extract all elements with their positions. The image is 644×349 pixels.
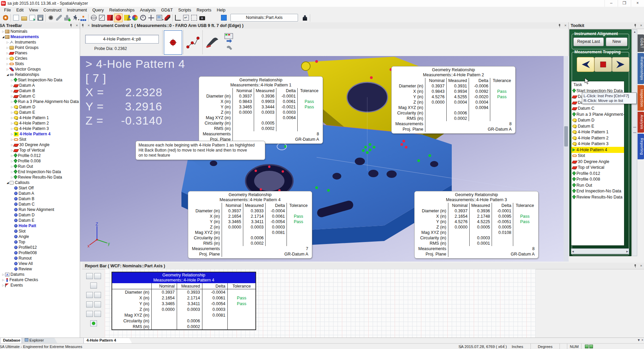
close-icon[interactable]: ×	[639, 264, 643, 268]
tree-item[interactable]: ▷Vector Groups	[0, 66, 80, 72]
save-icon[interactable]	[36, 14, 44, 22]
expand-icon[interactable]: ▷	[10, 160, 14, 163]
menu-file[interactable]: File	[1, 8, 14, 12]
measurement-target-field[interactable]: 4-Hole Pattern 4::p8	[85, 35, 159, 44]
tree-item[interactable]: ▷Datum A	[0, 83, 80, 88]
expand-icon[interactable]: ▷	[6, 46, 9, 49]
tree-item[interactable]: ▷Circles	[0, 56, 80, 61]
trap-next-button[interactable]	[612, 57, 629, 72]
outline-icon[interactable]	[94, 292, 101, 298]
tree-item[interactable]: Start Off	[0, 185, 80, 191]
scroll-up-icon[interactable]: ▲	[633, 30, 637, 34]
open-file-icon[interactable]	[20, 14, 28, 22]
splitter-grip[interactable]	[633, 127, 636, 133]
tree-item[interactable]: ▷Events	[0, 283, 80, 288]
side-tab-inspection[interactable]: Inspection	[638, 85, 644, 111]
tree-item[interactable]: ▷Feature Checks	[0, 277, 80, 283]
ink-marker-icon[interactable]	[301, 14, 309, 22]
band2-icon[interactable]	[94, 311, 101, 317]
stream-points-button[interactable]	[184, 30, 202, 54]
menu-view[interactable]: View	[26, 8, 41, 12]
tab-row-controls[interactable]: ▼ ×	[637, 338, 643, 342]
tree-item[interactable]: ▷4-Hole Pattern 4	[0, 131, 80, 137]
tree-item[interactable]: ▷Datum C	[0, 93, 80, 99]
list-icon[interactable]	[86, 292, 93, 298]
new-alignment-button[interactable]: New	[606, 37, 627, 46]
tree-item[interactable]: ▷4-Hole Pattern 1	[0, 115, 80, 120]
geometry-box-icon[interactable]: ▾	[123, 14, 131, 22]
expand-icon[interactable]: ▷	[10, 133, 14, 136]
pin-icon[interactable]	[558, 23, 562, 28]
toolkit-scrollbar[interactable]: ▲	[632, 29, 637, 256]
tree-item[interactable]: ▷Datum E	[0, 110, 80, 115]
tree-item[interactable]: ◢Measurements	[0, 34, 80, 39]
tree-item[interactable]: Profile008	[0, 250, 80, 256]
enter-key-icon[interactable]: ↵	[182, 14, 190, 22]
task-item[interactable]: Profile 0.012	[571, 170, 624, 177]
refresh-icon[interactable]	[90, 320, 97, 326]
wcf-combo[interactable]: Nominals::Part Axis	[230, 14, 298, 22]
measured-point-icon[interactable]	[114, 14, 123, 22]
menu-gdt[interactable]: GD&T	[158, 8, 176, 12]
tree-item[interactable]: ▷Nominals	[0, 29, 80, 34]
menu-construct[interactable]: Construct	[41, 8, 65, 12]
tree-item[interactable]: Angle	[0, 234, 80, 239]
task-item[interactable]: Run Out	[571, 182, 624, 188]
tree-item[interactable]: ▷4-Hole Pattern 3	[0, 126, 80, 131]
menu-analysis[interactable]: Analysis	[137, 8, 158, 12]
close-icon[interactable]: ×	[563, 23, 568, 28]
tree-item[interactable]: Slot	[0, 229, 80, 234]
camera-snapshot-icon[interactable]	[198, 14, 206, 22]
expand-icon[interactable]: ▷	[10, 170, 14, 173]
tree-item[interactable]: ▷Profile 0.008	[0, 158, 80, 164]
settings-gear-icon[interactable]	[47, 14, 55, 22]
tree-item[interactable]: ▷Datum B	[0, 88, 80, 93]
close-icon[interactable]: ×	[86, 23, 91, 28]
tab-report-4-hole-pattern-4[interactable]: 4-Hole Pattern 4	[83, 338, 132, 344]
task-item[interactable]: 4-Hole Pattern 3	[571, 141, 624, 147]
collapse-icon[interactable]: ◢	[6, 181, 9, 184]
expand-icon[interactable]: ▷	[10, 116, 14, 119]
expand-icon[interactable]: ▷	[1, 273, 5, 276]
menu-help[interactable]: Help	[214, 8, 228, 12]
menu-scripts[interactable]: Scripts	[176, 8, 194, 12]
close-icon[interactable]: ×	[75, 23, 79, 28]
task-item[interactable]: Run a 3 Plane Alignment-No Dat	[571, 111, 624, 117]
task-item[interactable]: 4-Hole Pattern 1	[571, 129, 624, 135]
expand-icon[interactable]: ▷	[10, 165, 14, 168]
side-tab-analysis[interactable]: Analysis	[638, 112, 644, 133]
preview-icon[interactable]	[90, 283, 97, 289]
expand-icon[interactable]: ▷	[10, 79, 14, 82]
graphics-viewport[interactable]: > 4-Hole Pattern 4[ 7 ]X = 2.2328Y = 3.2…	[80, 56, 564, 262]
task-item[interactable]: Top of Vertical	[571, 165, 624, 171]
tab-explorer[interactable]: Explorer	[22, 338, 57, 344]
expand-icon[interactable]: ▷	[10, 106, 14, 109]
collapse-icon[interactable]: ◢	[1, 35, 5, 38]
tree-item[interactable]: ▷Run Out	[0, 164, 80, 169]
sphere-wireframe-icon[interactable]	[90, 14, 98, 22]
tree-item[interactable]: ◢Relationships	[0, 72, 80, 77]
solid-cube-icon[interactable]	[106, 14, 114, 22]
add-instrument-icon[interactable]	[63, 14, 71, 22]
tree-item[interactable]: Run New Alignment	[0, 207, 80, 212]
task-item[interactable]: Review Results-No Data	[571, 194, 624, 200]
instrument-interface-button[interactable]	[221, 30, 237, 54]
repeat-last-button[interactable]: Repeat Last	[573, 37, 604, 46]
trap-previous-button[interactable]	[577, 57, 594, 72]
display-monitor-icon[interactable]: ▾	[155, 14, 163, 22]
tree-item[interactable]: ▷Planes	[0, 50, 80, 56]
tree-item[interactable]: ▷End Inspection-No Data	[0, 169, 80, 174]
expand-icon[interactable]: ▷	[10, 154, 14, 157]
tree-item[interactable]: Datum E	[0, 218, 80, 223]
maximize-button[interactable]: ❐	[618, 0, 631, 7]
task-item[interactable]: Datum E	[571, 123, 624, 129]
tree-item[interactable]: ▷Review Results-No Data	[0, 174, 80, 180]
task-item[interactable]: 30 Degree Angle	[571, 159, 624, 165]
minimize-button[interactable]: –	[604, 0, 618, 7]
tree-item[interactable]: ▷30 Degree Angle	[0, 142, 80, 147]
printer-icon[interactable]	[86, 273, 93, 279]
tree-item[interactable]: Profile012	[0, 245, 80, 250]
tree-item[interactable]: Datum C	[0, 202, 80, 207]
tree-item[interactable]: ▷ADatums	[0, 272, 80, 277]
viewport-scrollbar[interactable]	[564, 56, 569, 262]
